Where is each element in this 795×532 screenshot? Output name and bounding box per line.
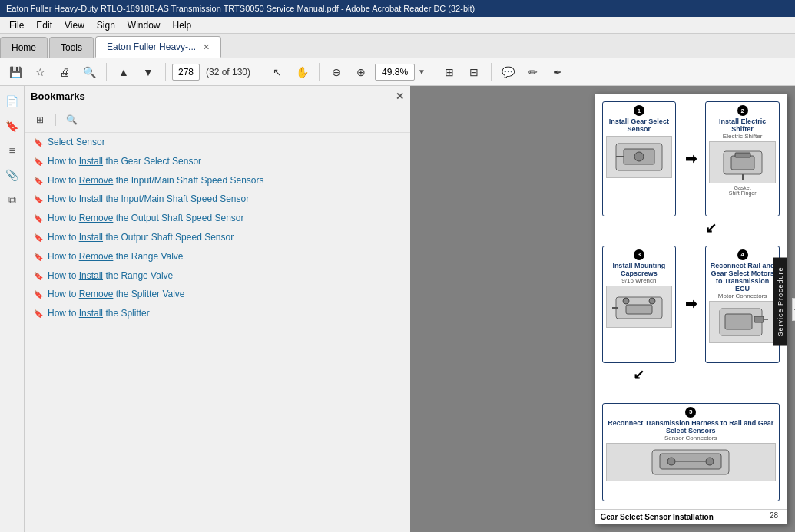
list-item[interactable]: 🔖 How to Remove the Splitter Valve: [25, 285, 410, 304]
step2-diagram-svg: [716, 145, 770, 180]
fit-page-btn[interactable]: ⊞: [439, 61, 460, 83]
step3-circle: 3: [634, 249, 644, 260]
zoom-input[interactable]: [375, 64, 415, 81]
zoom-arrow[interactable]: ▼: [418, 68, 426, 76]
cursor-tool[interactable]: ↖: [267, 61, 288, 83]
print-btn[interactable]: 🖨: [54, 61, 75, 83]
diagram-area: 1 Install Gear Select Sensor ➡: [595, 94, 788, 509]
sidebar-icon-strip: 📄 🔖 ≡ 📎 ⧉: [0, 86, 25, 532]
pdf-page: 1 Install Gear Select Sensor ➡: [595, 94, 788, 524]
list-item[interactable]: 🔖 How to Remove the Range Valve: [25, 247, 410, 266]
bookmark-text: How to Install the Range Valve: [48, 269, 404, 283]
pan-tool[interactable]: ✋: [291, 61, 313, 83]
step3-box: 3 Install Mounting Capscrews 9/16 Wrench: [602, 246, 677, 364]
step5-label: Reconnect Transmission Harness to Rail a…: [606, 419, 777, 435]
menu-view[interactable]: View: [58, 18, 91, 32]
menu-file[interactable]: File: [3, 18, 30, 32]
bookmark-flag-icon: 🔖: [34, 271, 43, 282]
layers2-icon[interactable]: ⧉: [3, 190, 22, 209]
bookmark-text: How to Remove the Input/Main Shaft Speed…: [48, 174, 404, 187]
bookmark-text: How to Install the Input/Main Shaft Spee…: [48, 193, 404, 206]
menu-edit[interactable]: Edit: [30, 18, 58, 32]
sidebar-collapse-btn[interactable]: ◀: [792, 298, 795, 321]
step2-image: [709, 141, 776, 183]
list-item[interactable]: 🔖 How to Remove the Output Shaft Speed S…: [25, 209, 410, 228]
sep2: [165, 63, 166, 81]
arrow-to-step5: ↙: [602, 366, 677, 400]
pdf-caption: Gear Select Sensor Installation: [595, 509, 788, 524]
service-procedure-tab[interactable]: Service Procedure: [773, 257, 787, 345]
tab-bar: Home Tools Eaton Fuller Heavy-... ✕: [0, 34, 795, 58]
bookmark-text: How to Remove the Output Shaft Speed Sen…: [48, 212, 404, 225]
step2-label: Install Electric Shifter: [709, 117, 776, 133]
step4-box: 4 Reconnect Rail and Gear Select Motors …: [705, 246, 780, 364]
step3-image: [606, 286, 673, 328]
bookmark-search-btn[interactable]: 🔍: [62, 111, 81, 129]
arrow-spacer-left: [602, 220, 677, 243]
svg-rect-11: [626, 305, 652, 314]
step4-diagram-svg: [716, 305, 770, 339]
list-item[interactable]: 🔖 How to Remove the Input/Main Shaft Spe…: [25, 171, 410, 190]
expand-all-btn[interactable]: ⊞: [31, 111, 49, 129]
tab-home[interactable]: Home: [0, 37, 48, 58]
page-number-input[interactable]: [172, 64, 200, 81]
bookmark-flag-icon: 🔖: [34, 213, 43, 224]
step2-box: 2 Install Electric Shifter Electric Shif…: [705, 101, 780, 216]
svg-point-2: [634, 152, 644, 161]
step2-sub: Electric Shifter: [709, 133, 776, 140]
comment-btn[interactable]: 💬: [498, 61, 519, 83]
bookmarks-list: 🔖 Select Sensor 🔖 How to Install the Gea…: [25, 133, 410, 532]
pen-btn[interactable]: ✏: [522, 61, 544, 83]
shift-finger-label: Shift Finger: [709, 190, 776, 196]
svg-rect-6: [735, 153, 750, 157]
step5-circle: 5: [685, 407, 696, 418]
gasket-label: Gasket: [709, 185, 776, 190]
svg-point-20: [706, 458, 714, 465]
save-btn[interactable]: 💾: [5, 61, 26, 83]
step3-diagram-svg: [612, 289, 666, 324]
list-item[interactable]: 🔖 How to Install the Gear Select Sensor: [25, 152, 410, 171]
next-page-btn[interactable]: ▼: [137, 61, 159, 83]
fit-width-btn[interactable]: ⊟: [463, 61, 485, 83]
list-item[interactable]: 🔖 How to Install the Range Valve: [25, 266, 410, 286]
bookmark-text: How to Remove the Range Valve: [48, 250, 404, 263]
sign-btn[interactable]: ✒: [547, 61, 568, 83]
bookmark-icon[interactable]: 🔖: [3, 117, 22, 135]
arrow-1-2: ➡: [679, 101, 702, 216]
title-bar: Eaton Fuller Heavy-Duty RTLO-18918B-AS T…: [0, 0, 795, 17]
step1-diagram-svg: [612, 140, 666, 174]
bookmark-text: How to Remove the Splitter Valve: [48, 288, 404, 301]
nav-icon[interactable]: 📄: [3, 92, 22, 111]
zoom-out-btn[interactable]: ⊖: [326, 61, 347, 83]
zoom-in-btn[interactable]: ⊕: [350, 61, 372, 83]
bookmark-add-btn[interactable]: ☆: [29, 61, 51, 83]
bookmark-text: How to Install the Output Shaft Speed Se…: [48, 231, 404, 244]
step5-box: 5 Reconnect Transmission Harness to Rail…: [602, 403, 780, 502]
caption-text: Gear Select Sensor Installation: [601, 513, 714, 521]
layers-icon[interactable]: ≡: [3, 141, 22, 160]
tab-document[interactable]: Eaton Fuller Heavy-... ✕: [95, 36, 221, 58]
bookmark-flag-icon: 🔖: [34, 157, 43, 167]
bookmark-text: How to Install the Gear Select Sensor: [48, 155, 404, 168]
svg-rect-15: [754, 316, 764, 322]
tab-tools[interactable]: Tools: [49, 37, 94, 58]
tab-close-btn[interactable]: ✕: [203, 42, 210, 51]
menu-help[interactable]: Help: [167, 18, 198, 32]
search-btn[interactable]: 🔍: [78, 61, 100, 83]
menu-sign[interactable]: Sign: [91, 18, 121, 32]
arrow-3-4: ➡: [679, 246, 702, 364]
attach-icon[interactable]: 📎: [3, 166, 22, 184]
menu-bar: File Edit View Sign Window Help: [0, 17, 795, 34]
prev-page-btn[interactable]: ▲: [113, 61, 134, 83]
menu-window[interactable]: Window: [121, 18, 167, 32]
list-item[interactable]: 🔖 How to Install the Output Shaft Speed …: [25, 228, 410, 247]
step4-image: [709, 301, 776, 343]
bookmarks-toolbar: ⊞ 🔍: [25, 107, 410, 133]
list-item[interactable]: 🔖 How to Install the Splitter: [25, 304, 410, 323]
list-item[interactable]: 🔖 How to Install the Input/Main Shaft Sp…: [25, 190, 410, 209]
bookmark-flag-icon: 🔖: [34, 233, 43, 243]
content-area: ◀ 1 Install Gear Select Sensor: [410, 86, 796, 532]
list-item[interactable]: 🔖 Select Sensor: [25, 133, 410, 152]
bookmarks-close-btn[interactable]: ✕: [396, 91, 404, 102]
step3-sub: 9/16 Wrench: [606, 277, 673, 284]
